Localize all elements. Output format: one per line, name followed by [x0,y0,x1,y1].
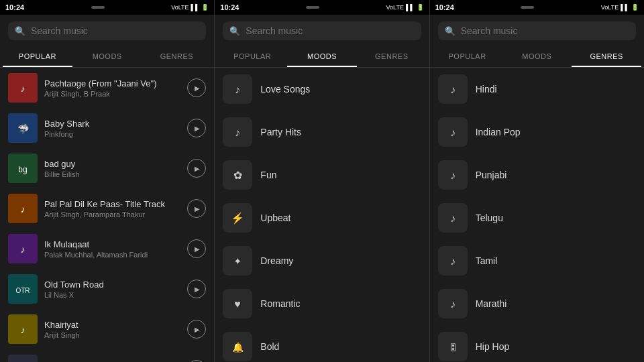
song-info: Pal Pal Dil Ke Paas- Title Track Arijit … [44,199,180,219]
tab-genres-2[interactable]: GENRES [357,47,427,67]
search-wrap-3[interactable]: 🔍 [438,21,636,40]
search-icon-1: 🔍 [15,26,25,36]
tab-moods-3[interactable]: MOODS [502,47,572,67]
mood-item-party-hits[interactable]: ♪ Party Hits [215,111,429,154]
song-item[interactable]: ♪ Ik Mulaqaat Palak Muchhal, Altamash Fa… [0,229,214,269]
tab-popular-3[interactable]: POPULAR [433,47,502,67]
panels-container: 🔍 POPULAR MOODS GENRES ♪ Pachtaoge (From… [0,15,644,362]
svg-text:♪: ♪ [450,127,455,138]
tab-genres-1[interactable]: GENRES [142,47,212,67]
status-segment-2: 10:24 VoLTE ▌▌ 🔋 [215,0,429,15]
time-2: 10:24 [220,3,239,11]
genre-item-indian-pop[interactable]: ♪ Indian Pop [430,111,644,154]
svg-text:✿: ✿ [233,170,242,181]
song-artist: Lil Nas X [44,291,180,299]
song-artist: Billie Eilish [44,170,180,178]
svg-text:♪: ♪ [450,84,455,95]
song-title: Pachtaoge (From "Jaani Ve") [44,78,180,88]
time-1: 10:24 [5,3,24,11]
svg-text:♪: ♪ [450,213,455,224]
song-item[interactable]: bg bad guy Billie Eilish [0,148,214,188]
svg-text:bg: bg [18,165,27,174]
tabs-2: POPULAR MOODS GENRES [215,47,429,68]
mood-icon-upbeat: ⚡ [223,203,252,233]
mood-item-dreamy[interactable]: ✦ Dreamy [215,239,429,282]
play-button[interactable] [187,119,206,137]
svg-text:♥: ♥ [235,298,241,310]
tab-popular-1[interactable]: POPULAR [3,47,72,67]
svg-text:OTR: OTR [15,287,30,294]
song-artist: Arijit Singh, Parampara Thakur [44,210,180,219]
mood-item-fun[interactable]: ✿ Fun [215,154,429,196]
play-button[interactable] [187,78,206,97]
song-info: Pachtaoge (From "Jaani Ve") Arijit Singh… [44,78,180,98]
genre-label-marathi: Marathi [476,298,507,309]
status-icons-3: VoLTE ▌▌ 🔋 [601,4,639,11]
svg-text:🎛: 🎛 [448,343,457,353]
genre-item-hip-hop[interactable]: 🎛 Hip Hop [430,325,644,362]
play-button[interactable] [187,199,206,218]
panel-genres: 🔍 POPULAR MOODS GENRES ♪ Hindi ♪ Indian … [430,15,644,362]
tab-moods-1[interactable]: MOODS [72,47,142,67]
notch-3 [521,6,534,9]
search-input-2[interactable] [246,25,414,36]
genre-icon-hindi: ♪ [438,74,468,104]
search-input-1[interactable] [31,25,199,36]
status-bar: 10:24 VoLTE ▌▌ 🔋 10:24 VoLTE ▌▌ 🔋 10:24 … [0,0,644,15]
song-title: Pal Pal Dil Ke Paas- Title Track [44,199,180,209]
mood-label-party-hits: Party Hits [260,127,301,137]
tab-popular-2[interactable]: POPULAR [217,47,287,67]
tab-genres-3[interactable]: GENRES [572,47,641,67]
song-title: Pal Pal Dil Ke Paas – Version 2 [44,360,180,363]
song-info: Ik Mulaqaat Palak Muchhal, Altamash Fari… [44,239,180,259]
mood-label-bold: Bold [260,341,279,352]
status-segment-1: 10:24 VoLTE ▌▌ 🔋 [0,0,215,15]
mood-item-upbeat[interactable]: ⚡ Upbeat [215,196,429,239]
mood-item-love-songs[interactable]: ♪ Love Songs [215,68,429,111]
notch-2 [306,6,319,9]
mood-icon-fun: ✿ [223,160,252,190]
genre-item-punjabi[interactable]: ♪ Punjabi [430,154,644,196]
svg-text:♪: ♪ [450,170,455,181]
svg-text:♪: ♪ [235,84,240,95]
song-thumb: bg [8,154,38,183]
svg-text:✦: ✦ [233,255,242,267]
search-bar-1: 🔍 [0,15,214,47]
genre-item-hindi[interactable]: ♪ Hindi [430,68,644,111]
song-info: Old Town Road Lil Nas X [44,280,180,299]
song-info: bad guy Billie Eilish [44,159,180,178]
song-item[interactable]: ♪ Pachtaoge (From "Jaani Ve") Arijit Sin… [0,68,214,108]
play-button[interactable] [187,239,206,258]
song-artist: Palak Muchhal, Altamash Faridi [44,251,180,259]
play-button[interactable] [187,159,206,178]
song-item[interactable]: 🦈 Baby Shark Pinkfong [0,108,214,148]
song-item[interactable]: ♪ Pal Pal Dil Ke Paas – Version 2 Sachet… [0,349,214,362]
mood-icon-love-songs: ♪ [223,74,252,104]
svg-text:♪: ♪ [21,83,25,94]
moods-list: ♪ Love Songs ♪ Party Hits ✿ Fun ⚡ [215,68,429,362]
mood-icon-party-hits: ♪ [223,117,252,147]
tab-moods-2[interactable]: MOODS [287,47,357,67]
search-input-3[interactable] [461,25,629,36]
notch-1 [91,6,105,9]
genre-item-telugu[interactable]: ♪ Telugu [430,196,644,239]
song-item[interactable]: ♪ Pal Pal Dil Ke Paas- Title Track Ariji… [0,188,214,229]
svg-text:♪: ♪ [21,204,25,215]
song-title: Khairiyat [44,320,180,330]
song-item[interactable]: OTR Old Town Road Lil Nas X [0,269,214,309]
song-item[interactable]: ♪ Khairiyat Arijit Singh [0,309,214,349]
play-button[interactable] [187,320,206,339]
mood-item-bold[interactable]: 🔔 Bold [215,325,429,362]
song-artist: Arijit Singh [44,331,180,339]
mood-icon-romantic: ♥ [223,289,252,318]
search-wrap-1[interactable]: 🔍 [8,21,206,40]
genres-list: ♪ Hindi ♪ Indian Pop ♪ Punjabi ♪ [430,68,644,362]
play-button[interactable] [187,280,206,298]
mood-item-romantic[interactable]: ♥ Romantic [215,282,429,325]
search-wrap-2[interactable]: 🔍 [223,21,421,40]
search-bar-2: 🔍 [215,15,429,47]
panel-moods: 🔍 POPULAR MOODS GENRES ♪ Love Songs ♪ Pa… [215,15,429,362]
genre-item-marathi[interactable]: ♪ Marathi [430,282,644,325]
genre-item-tamil[interactable]: ♪ Tamil [430,239,644,282]
genre-label-hip-hop: Hip Hop [476,341,510,352]
